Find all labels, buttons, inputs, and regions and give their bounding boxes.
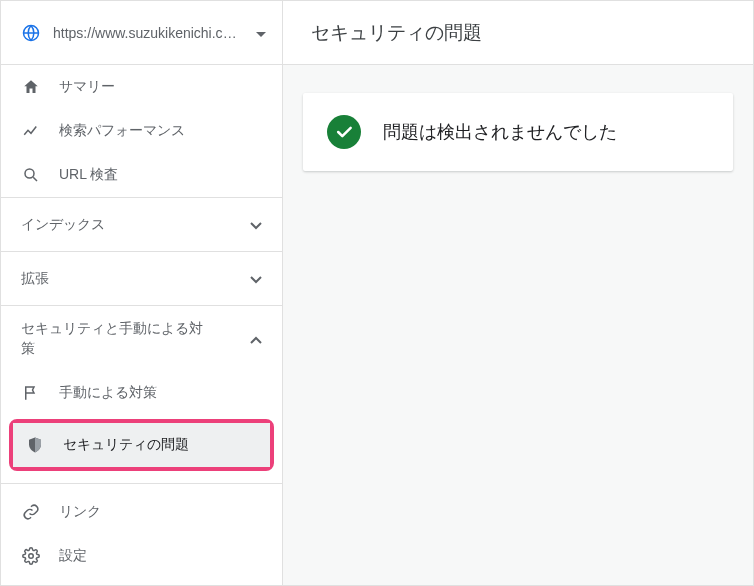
nav-label: 設定 xyxy=(59,547,87,565)
highlight-annotation: セキュリティの問題 xyxy=(9,419,274,471)
nav-label: リンク xyxy=(59,503,101,521)
nav-label: URL 検査 xyxy=(59,166,118,184)
link-icon xyxy=(21,503,41,521)
nav-label: 検索パフォーマンス xyxy=(59,122,185,140)
gear-icon xyxy=(21,547,41,565)
group-label: インデックス xyxy=(21,216,105,234)
group-label: セキュリティと手動による対策 xyxy=(21,319,211,358)
nav-label: サマリー xyxy=(59,78,115,96)
svg-point-2 xyxy=(29,554,34,559)
nav-group-security[interactable]: セキュリティと手動による対策 xyxy=(1,305,282,371)
status-card: 問題は検出されませんでした xyxy=(303,93,733,171)
chart-line-icon xyxy=(21,122,41,140)
shield-icon xyxy=(25,436,45,454)
site-url: https://www.suzukikenichi.co… xyxy=(53,25,244,41)
nav-manual-actions[interactable]: 手動による対策 xyxy=(1,371,282,415)
search-icon xyxy=(21,166,41,184)
nav-group-index[interactable]: インデックス xyxy=(1,197,282,251)
nav-label: 手動による対策 xyxy=(59,384,157,402)
chevron-down-icon xyxy=(250,271,262,287)
nav-url-inspect[interactable]: URL 検査 xyxy=(1,153,282,197)
check-circle-icon xyxy=(327,115,361,149)
nav-settings[interactable]: 設定 xyxy=(1,534,282,578)
nav-summary[interactable]: サマリー xyxy=(1,65,282,109)
status-message: 問題は検出されませんでした xyxy=(383,120,617,144)
site-selector[interactable]: https://www.suzukikenichi.co… xyxy=(1,1,282,65)
nav-security-issues[interactable]: セキュリティの問題 xyxy=(13,423,270,467)
page-title: セキュリティの問題 xyxy=(283,1,753,65)
main-content: セキュリティの問題 問題は検出されませんでした xyxy=(283,1,753,585)
group-label: 拡張 xyxy=(21,270,49,288)
dropdown-caret-icon xyxy=(256,24,266,42)
nav-performance[interactable]: 検索パフォーマンス xyxy=(1,109,282,153)
home-icon xyxy=(21,78,41,96)
flag-icon xyxy=(21,384,41,402)
nav-primary: サマリー 検索パフォーマンス URL 検査 xyxy=(1,65,282,197)
nav-group-enhance[interactable]: 拡張 xyxy=(1,251,282,305)
nav-links[interactable]: リンク xyxy=(1,490,282,534)
svg-point-1 xyxy=(25,169,34,178)
globe-icon xyxy=(21,23,41,43)
divider xyxy=(1,483,282,484)
page-title-text: セキュリティの問題 xyxy=(311,20,482,46)
chevron-down-icon xyxy=(250,217,262,233)
sidebar: https://www.suzukikenichi.co… サマリー 検索パフォ… xyxy=(1,1,283,585)
nav-label: セキュリティの問題 xyxy=(63,436,189,454)
chevron-up-icon xyxy=(250,331,262,347)
